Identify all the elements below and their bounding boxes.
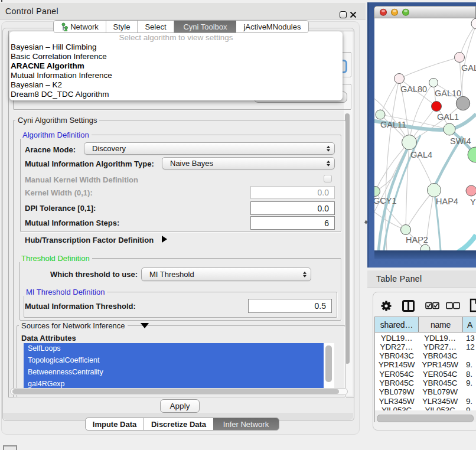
svg-text:GAL: GAL: [461, 63, 476, 73]
svg-text:GAL11: GAL11: [380, 120, 406, 129]
svg-text:GAL1: GAL1: [437, 112, 459, 122]
svg-text:HAP4: HAP4: [436, 197, 458, 206]
svg-text:SWI4: SWI4: [450, 136, 471, 146]
svg-text:GAL80: GAL80: [400, 84, 427, 94]
svg-text:GCY1: GCY1: [374, 196, 397, 206]
svg-text:HAP2: HAP2: [406, 235, 428, 244]
svg-text:GAL4: GAL4: [410, 150, 432, 159]
svg-text:Y: Y: [470, 197, 476, 207]
svg-text:GAL10: GAL10: [435, 89, 461, 98]
